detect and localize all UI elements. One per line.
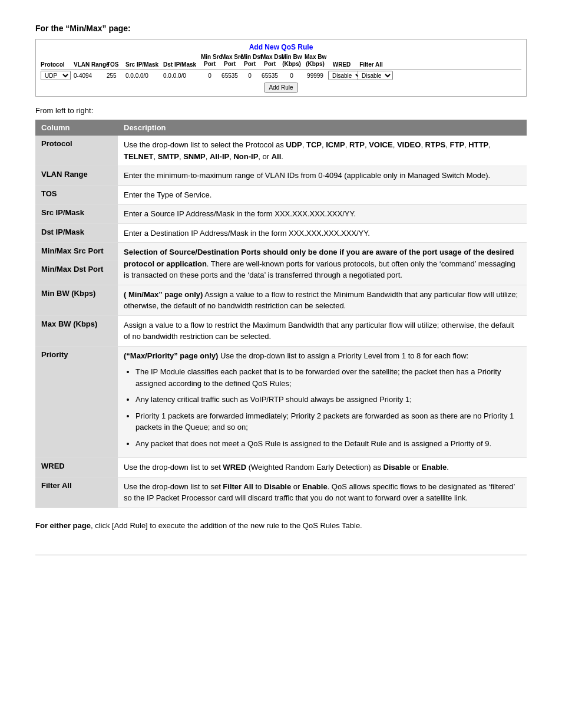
qos-data-row: UDP TCP ICMP RTP 0-4094 255 0.0.0.0/0 0.… [41,71,521,80]
table-row: Dst IP/Mask Enter a Destination IP Addre… [35,223,527,243]
desc-srcip: Enter a Source IP Address/Mask in the fo… [118,205,527,224]
add-rule-button[interactable]: Add Rule [264,83,297,93]
col-tos: TOS [35,185,118,205]
table-row: Max BW (Kbps) Assign a value to a flow t… [35,315,527,346]
qos-header-maxbw: Max Bw(Kbps) [305,54,326,68]
page-heading: For the “Min/Max” page: [35,24,527,33]
bottom-divider [35,555,527,555]
qos-data-srcip: 0.0.0.0/0 [125,73,161,79]
table-row: Filter All Use the drop-down list to set… [35,477,527,508]
desc-wred: Use the drop-down list to set WRED (Weig… [118,458,527,477]
qos-data-maxdst: 65535 [261,73,279,79]
qos-data-maxsrc: 65535 [221,73,239,79]
qos-data-minsrc: 0 [201,73,219,79]
table-row: Protocol Use the drop-down list to selec… [35,136,527,166]
col-filterall: Filter All [35,477,118,508]
qos-header-filterall: Filter All [358,61,385,68]
col-mindst-port: Min/Max Dst Port [35,261,118,285]
qos-header-wred: WRED [328,61,355,68]
table-row: Src IP/Mask Enter a Source IP Address/Ma… [35,205,527,224]
qos-header-dstip: Dst IP/Mask [163,61,199,68]
table-row: Min BW (Kbps) ( Min/Max” page only) Assi… [35,285,527,315]
qos-header-minsrc: Min SrcPort [201,54,219,68]
qos-data-mindst: 0 [241,73,259,79]
qos-data-filterall: Disable Enable [358,71,385,80]
col-header: Column [35,120,118,136]
footer-bold: For either page [35,521,91,530]
qos-data-protocol: UDP TCP ICMP RTP [41,71,71,80]
table-row: VLAN Range Enter the minimum-to-maximum … [35,166,527,186]
table-row: TOS Enter the Type of Service. [35,185,527,205]
qos-header-mindst: Min DstPort [241,54,259,68]
qos-header-protocol: Protocol [41,61,71,68]
col-vlan-range: VLAN Range [35,166,118,186]
col-maxbw: Max BW (Kbps) [35,315,118,346]
col-minbw: Min BW (Kbps) [35,285,118,315]
table-row: Priority (“Max/Priority” page only) Use … [35,346,527,458]
desc-tos: Enter the Type of Service. [118,185,527,205]
desc-src-dst-port: Selection of Source/Destination Ports sh… [118,243,527,285]
priority-bullets: The IP Module classifies each packet tha… [135,366,521,449]
col-srcip: Src IP/Mask [35,205,118,224]
desc-vlan-range: Enter the minimum-to-maximum range of VL… [118,166,527,186]
col-priority: Priority [35,346,118,458]
description-table: Column Description Protocol Use the drop… [35,120,527,508]
protocol-select[interactable]: UDP TCP ICMP RTP [41,71,71,80]
priority-bullet-3: Priority 1 packets are forwarded immedia… [135,410,521,433]
qos-header-srcip: Src IP/Mask [125,61,161,68]
col-protocol: Protocol [35,136,118,166]
priority-bullet-4: Any packet that does not meet a QoS Rule… [135,438,521,450]
desc-maxbw: Assign a value to a flow to restrict the… [118,315,527,346]
qos-data-tos: 255 [107,73,123,79]
col-wred: WRED [35,458,118,477]
priority-bullet-2: Any latency critical traffic such as VoI… [135,394,521,406]
qos-header-maxsrc: Max SrcPort [221,54,239,68]
col-minsrc-port: Min/Max Src Port [35,243,118,261]
desc-header: Description [118,120,527,136]
qos-data-maxbw: 99999 [305,73,326,79]
qos-header-minbw: Min Bw(Kbps) [281,54,302,68]
qos-header-row: Protocol VLAN Range TOS Src IP/Mask Dst … [41,54,521,70]
desc-dstip: Enter a Destination IP Address/Mask in t… [118,223,527,243]
add-rule-center: Add Rule [41,83,521,93]
qos-header-tos: TOS [107,61,123,68]
table-row: Min/Max Src Port Selection of Source/Des… [35,243,527,261]
table-row: WRED Use the drop-down list to set WRED … [35,458,527,477]
filterall-select[interactable]: Disable Enable [358,71,393,80]
qos-header-maxdst: Max DstPort [261,54,279,68]
qos-data-minbw: 0 [281,73,302,79]
desc-protocol: Use the drop-down list to select the Pro… [118,136,527,166]
qos-rule-box: Add New QoS Rule Protocol VLAN Range TOS… [35,39,527,97]
desc-filterall: Use the drop-down list to set Filter All… [118,477,527,508]
desc-priority: (“Max/Priority” page only) Use the drop-… [118,346,527,458]
qos-header-vlan: VLAN Range [74,61,104,68]
col-dstip: Dst IP/Mask [35,223,118,243]
priority-bullet-1: The IP Module classifies each packet tha… [135,366,521,389]
qos-box-title: Add New QoS Rule [41,43,521,51]
qos-data-dstip: 0.0.0.0/0 [163,73,199,79]
desc-minbw: ( Min/Max” page only) Assign a value to … [118,285,527,315]
footer-text: For either page, click [Add Rule] to exe… [35,520,527,532]
qos-data-wred: Disable Enable [328,71,355,80]
from-left-label: From left to right: [35,106,527,115]
qos-data-vlan: 0-4094 [74,73,104,79]
